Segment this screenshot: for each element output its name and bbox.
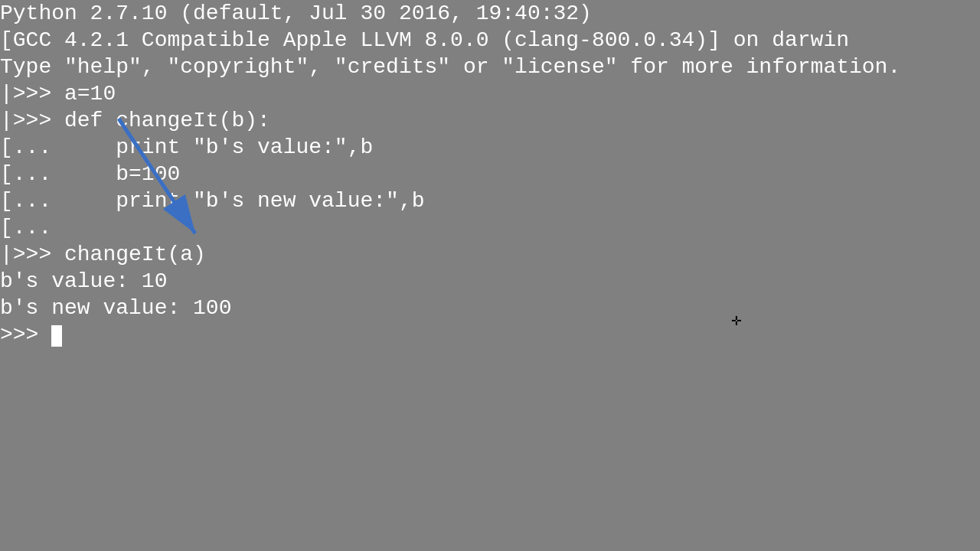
terminal-line-12: b's new value: 100	[0, 295, 980, 321]
terminal-line-10: |>>> changeIt(a)	[0, 241, 980, 268]
terminal-line-1: Python 2.7.10 (default, Jul 30 2016, 19:…	[0, 0, 980, 27]
terminal-line-5: |>>> def changeIt(b):	[0, 107, 980, 134]
terminal-line-11: b's value: 10	[0, 268, 980, 295]
terminal-line-4: |>>> a=10	[0, 80, 980, 107]
terminal-line-3: Type "help", "copyright", "credits" or "…	[0, 54, 980, 80]
terminal-line-2: [GCC 4.2.1 Compatible Apple LLVM 8.0.0 (…	[0, 27, 980, 54]
terminal-prompt-line[interactable]: >>>	[0, 321, 980, 348]
terminal-line-7: [... b=100	[0, 161, 980, 187]
terminal-prompt: >>>	[0, 323, 51, 347]
terminal-line-6: [... print "b's value:",b	[0, 134, 980, 161]
terminal-window[interactable]: Python 2.7.10 (default, Jul 30 2016, 19:…	[0, 0, 980, 551]
terminal-cursor	[51, 325, 62, 347]
terminal-line-9: [...	[0, 214, 980, 241]
terminal-line-8: [... print "b's new value:",b	[0, 187, 980, 214]
